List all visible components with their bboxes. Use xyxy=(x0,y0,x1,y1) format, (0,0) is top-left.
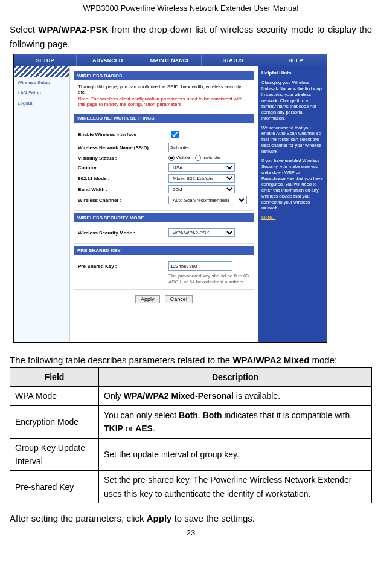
page-number: 23 xyxy=(10,528,372,537)
after-post: to save the settings. xyxy=(171,513,255,523)
th-field: Field xyxy=(10,368,99,387)
input-ssid[interactable] xyxy=(168,143,232,152)
panel-body-psk: Pre-Shared Key : The pre-shared key shou… xyxy=(74,255,254,290)
radio-invisible[interactable] xyxy=(195,155,201,161)
help-p3: If you have enabled Wireless Security, y… xyxy=(261,158,323,211)
help-p1: Changing your Wireless Network Name is t… xyxy=(261,80,323,121)
panel-body-wireless-basics: Through this page, you can configure the… xyxy=(74,80,254,111)
after-pre: After setting the parameters, click xyxy=(10,513,147,523)
instruction-text: Select WPA/WPA2-PSK from the drop-down l… xyxy=(10,22,372,51)
panel-head-psk: PRE-SHARED KEY xyxy=(74,246,254,255)
table-row: WPA Mode Only WPA/WPA2 Mixed-Personal is… xyxy=(10,387,372,405)
table-row: Encryption Mode You can only select Both… xyxy=(10,405,372,438)
label-channel: Wireless Channel : xyxy=(78,198,168,203)
th-description: Description xyxy=(99,368,372,387)
desc-bold: WPA/WPA2 Mixed-Personal xyxy=(124,391,234,401)
main-content: WIRELESS BASICS Through this page, you c… xyxy=(70,66,258,342)
desc-text: . xyxy=(153,424,155,433)
label-enable-wireless: Enable Wireless Interface xyxy=(78,132,168,137)
label-80211-mode: 802.11 Mode : xyxy=(78,176,168,181)
cancel-button[interactable]: Cancel xyxy=(165,295,193,303)
panel-body-security-mode: Wireless Security Mode : WPA/WPA2-PSK xyxy=(74,222,254,244)
desc-bold: Both xyxy=(203,410,222,420)
nav-tabs: SETUP ADVANCED MAINTENANCE STATUS HELP xyxy=(14,54,327,66)
cell-field: Pre-shared Key xyxy=(10,471,99,503)
mid-pre: The following table describes parameters… xyxy=(10,355,232,365)
tab-setup[interactable]: SETUP xyxy=(14,54,77,66)
sidebar-item-lan-setup[interactable]: LAN Setup xyxy=(14,88,69,98)
label-visibility: Visibility Status : xyxy=(78,155,168,161)
desc-text: Only xyxy=(104,391,124,401)
apply-button[interactable]: Apply xyxy=(135,295,160,303)
desc-text: . xyxy=(198,410,203,420)
label-ssid: Wireless Network Name (SSID) : xyxy=(78,145,168,150)
button-row: Apply Cancel xyxy=(74,295,254,303)
label-psk: Pre-Shared Key : xyxy=(78,263,168,269)
desc-text: or xyxy=(123,424,135,433)
select-security-mode[interactable]: WPA/WPA2-PSK xyxy=(168,228,235,237)
label-security-mode: Wireless Security Mode : xyxy=(78,230,168,236)
basics-note: Note: The wireless client configuration … xyxy=(78,96,250,107)
basics-text: Through this page, you can configure the… xyxy=(78,84,250,95)
cell-desc: You can only select Both. Both indicates… xyxy=(99,405,372,438)
sidebar-item-logout[interactable]: Logout xyxy=(14,98,69,108)
desc-bold: Both xyxy=(179,410,198,420)
table-row: Pre-shared Key Set the pre-shared key. T… xyxy=(10,471,372,503)
instruction-bold: WPA/WPA2-PSK xyxy=(38,24,108,34)
tab-help[interactable]: HELP xyxy=(264,54,327,66)
select-bandwidth[interactable]: 20M xyxy=(168,185,235,193)
select-channel[interactable]: Auto Scan(recommended) xyxy=(168,196,247,204)
tab-status[interactable]: STATUS xyxy=(202,54,264,66)
after-bold: Apply xyxy=(147,513,172,523)
desc-text: You can only select xyxy=(104,410,179,420)
desc-bold: AES xyxy=(135,424,153,433)
cell-field: WPA Mode xyxy=(10,387,99,405)
sidebar-item-wireless-setup[interactable]: Wireless Setup xyxy=(14,77,69,88)
help-panel: Helpful Hints... Changing your Wireless … xyxy=(258,66,327,342)
cell-desc: Set the update interval of group key. xyxy=(99,438,372,471)
table-row: Group Key Update Interval Set the update… xyxy=(10,438,372,471)
psk-hint: The pre-shared key should be 8 to 63 ASC… xyxy=(168,273,250,286)
after-text: After setting the parameters, click Appl… xyxy=(10,513,372,523)
label-bandwidth: Band Width : xyxy=(78,187,168,192)
sidebar: Wireless Setup LAN Setup Logout xyxy=(14,66,70,342)
mid-post: mode: xyxy=(309,355,337,365)
cell-desc: Only WPA/WPA2 Mixed-Personal is availabl… xyxy=(99,387,372,405)
help-more-link[interactable]: More... xyxy=(261,215,275,220)
checkbox-enable-wireless[interactable] xyxy=(171,131,179,138)
desc-text: indicates that it is compatible with xyxy=(222,410,350,420)
tab-maintenance[interactable]: MAINTENANCE xyxy=(139,54,202,66)
radio-invisible-label: Invisible xyxy=(202,155,220,160)
mid-bold: WPA/WPA2 Mixed xyxy=(232,355,309,365)
desc-bold: TKIP xyxy=(104,424,123,433)
help-title: Helpful Hints... xyxy=(261,70,295,76)
tab-advanced[interactable]: ADVANCED xyxy=(77,54,139,66)
panel-head-wireless-basics: WIRELESS BASICS xyxy=(74,71,254,80)
select-country[interactable]: USA xyxy=(168,163,235,172)
instruction-pre: Select xyxy=(10,24,38,34)
input-psk[interactable] xyxy=(168,261,232,271)
router-admin-screenshot: SETUP ADVANCED MAINTENANCE STATUS HELP W… xyxy=(13,54,327,343)
doc-header: WPB3000 Powerline Wireless Network Exten… xyxy=(10,4,372,13)
cell-field: Encryption Mode xyxy=(10,405,99,438)
desc-text: is available. xyxy=(234,391,280,401)
sidebar-hatch-decoration xyxy=(14,66,69,77)
cell-desc: Set the pre-shared key. The Powerline Wi… xyxy=(99,471,372,503)
label-country: Country : xyxy=(78,165,168,170)
table-intro: The following table describes parameters… xyxy=(10,355,372,365)
select-80211-mode[interactable]: Mixed 802.11b/g/n xyxy=(168,174,235,183)
panel-body-network-settings: Enable Wireless Interface Wireless Netwo… xyxy=(74,123,254,211)
panel-head-security-mode: WIRELESS SECURITY MODE xyxy=(74,213,254,222)
help-p2: We recommend that you enable Auto Scan C… xyxy=(261,125,323,155)
radio-visible[interactable] xyxy=(168,155,175,161)
parameters-table: Field Description WPA Mode Only WPA/WPA2… xyxy=(10,367,372,503)
panel-head-network-settings: WIRELESS NETWORK SETTINGS xyxy=(74,114,254,123)
radio-visible-label: Visible xyxy=(176,155,190,160)
cell-field: Group Key Update Interval xyxy=(10,438,99,471)
